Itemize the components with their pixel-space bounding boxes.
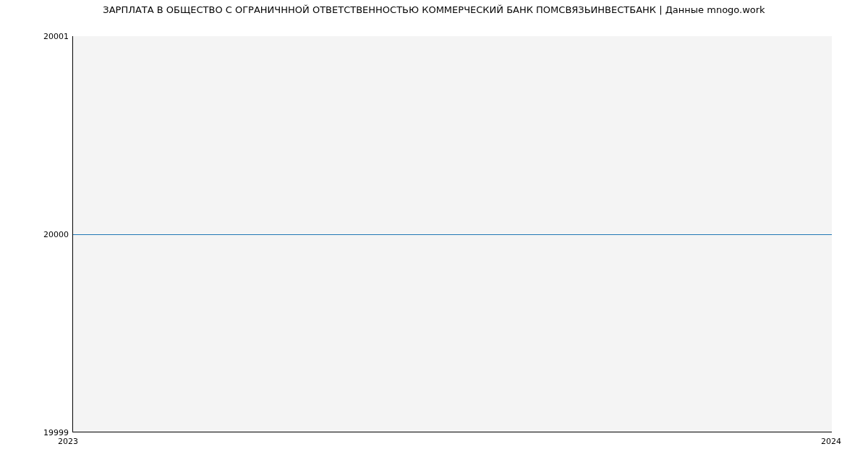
chart-container: ЗАРПЛАТА В ОБЩЕСТВО С ОГРАНИЧННОЙ ОТВЕТС… bbox=[0, 0, 868, 470]
x-tick-label: 2024 bbox=[821, 437, 841, 446]
x-tick-label: 2023 bbox=[58, 437, 78, 446]
plot-area bbox=[72, 36, 832, 432]
y-tick-label: 19999 bbox=[25, 428, 69, 437]
y-tick-label: 20000 bbox=[25, 230, 69, 239]
data-line bbox=[73, 234, 832, 235]
chart-title: ЗАРПЛАТА В ОБЩЕСТВО С ОГРАНИЧННОЙ ОТВЕТС… bbox=[0, 4, 868, 15]
y-tick-label: 20001 bbox=[25, 32, 69, 41]
